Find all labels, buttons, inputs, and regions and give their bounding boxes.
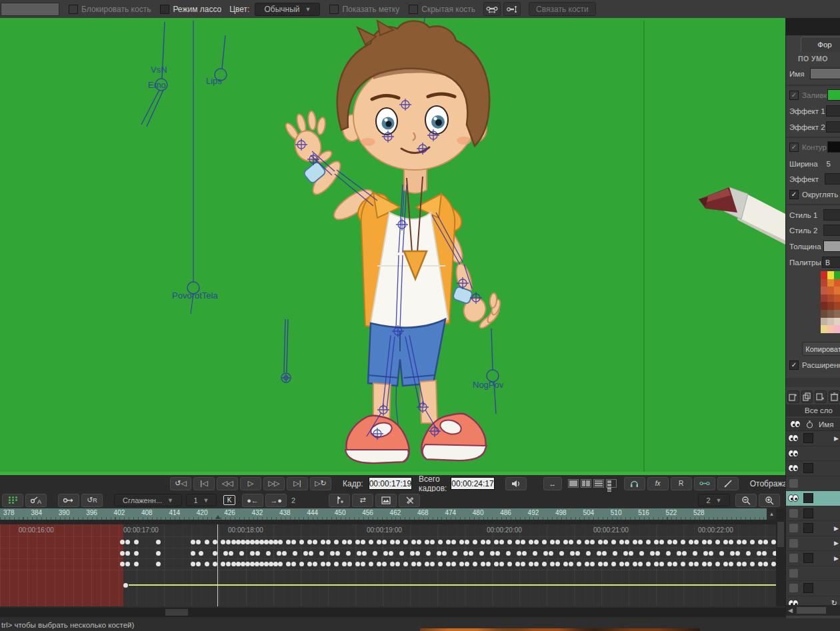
keyframe-dot[interactable] (771, 540, 776, 544)
keyframe-dot[interactable] (585, 540, 589, 544)
keyframe-dot[interactable] (737, 562, 741, 566)
keyframe-dot[interactable] (223, 551, 228, 556)
keyframe-dot[interactable] (277, 551, 281, 556)
keyframe-dot[interactable] (451, 562, 456, 566)
keyframe-dot[interactable] (125, 562, 130, 566)
keyframe-dot[interactable] (623, 551, 628, 556)
keyframe-dot[interactable] (646, 540, 651, 544)
keyframe-dot[interactable] (299, 562, 304, 566)
keyframe-dot[interactable] (629, 551, 633, 556)
keyframe-dot[interactable] (550, 540, 555, 544)
keyframe-dot[interactable] (382, 540, 387, 544)
view-single-icon[interactable] (568, 479, 579, 488)
keyframe-dot[interactable] (569, 562, 573, 566)
keyframe-dot[interactable] (694, 540, 699, 544)
keyframe-dot[interactable] (654, 540, 659, 544)
go-start-button[interactable]: |◁ (193, 477, 215, 490)
keyframe-dot[interactable] (213, 551, 217, 556)
keyframe-dot[interactable] (355, 540, 360, 544)
keyframe-dot[interactable] (586, 551, 591, 556)
keyframe-dot[interactable] (319, 551, 324, 556)
keyframe-dot[interactable] (373, 551, 377, 556)
layer-row[interactable] (786, 476, 840, 492)
keyframe-dot[interactable] (134, 562, 139, 566)
keyframe-dot[interactable] (269, 540, 273, 544)
keyframe-dot[interactable] (241, 562, 245, 566)
effect2-button[interactable] (826, 121, 840, 133)
keyframe-dot[interactable] (390, 540, 395, 544)
keyframe-dot[interactable] (403, 540, 408, 544)
key-move-icon[interactable] (58, 494, 79, 507)
canvas-svg[interactable]: VsN Emo Lips PovorotTela NogPov (0, 18, 785, 475)
speaker-icon[interactable] (505, 477, 527, 490)
keyframe-dot[interactable] (213, 540, 217, 544)
palette-swatch[interactable] (821, 279, 827, 287)
channel-dropdown[interactable]: 1 ▼ (186, 494, 217, 506)
channels-grid-icon[interactable] (2, 494, 23, 507)
keyframe-dot[interactable] (750, 562, 755, 566)
keyframe-dot[interactable] (465, 562, 469, 566)
keyframe-dot[interactable] (286, 540, 291, 544)
tab-shape[interactable]: Фор (801, 37, 840, 52)
onion-back-button[interactable]: ●← (242, 494, 263, 507)
keyframe-dot[interactable] (529, 540, 533, 544)
layer-checkbox[interactable] (803, 523, 813, 533)
keyframe-dot[interactable] (346, 551, 351, 556)
view-split-columns-icon[interactable] (581, 479, 591, 488)
keyframe-dot[interactable] (120, 562, 125, 566)
keyframe-dot[interactable] (555, 562, 560, 566)
palette-swatch[interactable] (821, 318, 827, 326)
width-value[interactable]: 5 (827, 160, 831, 168)
hidden-eye-box[interactable] (786, 524, 801, 532)
keyframe-dot[interactable] (619, 562, 624, 566)
keyframe-dot[interactable] (459, 540, 464, 544)
show-mark-checkbox[interactable] (329, 5, 339, 14)
keyframe-dot[interactable] (517, 551, 521, 556)
layers-hscrollbar[interactable]: ◀ (786, 605, 840, 616)
keyframe-dot[interactable] (377, 540, 381, 544)
keyframe-dot[interactable] (399, 551, 404, 556)
keyframe-dot[interactable] (255, 551, 260, 556)
keyframe-dot[interactable] (667, 540, 672, 544)
keyframe-dot[interactable] (191, 551, 195, 556)
keyframe-dot[interactable] (654, 562, 659, 566)
loop-end-button[interactable]: ▷↻ (310, 477, 331, 490)
keyframe-dot[interactable] (120, 551, 125, 556)
keyframe-dot[interactable] (650, 551, 655, 556)
keyframe-dot[interactable] (742, 540, 747, 544)
keyframe-dot[interactable] (723, 562, 728, 566)
keyframe-dot[interactable] (479, 551, 484, 556)
scroll-up-button[interactable]: ▲ (767, 508, 777, 520)
frame-ruler[interactable]: 3783843903964024084144204264324384444504… (0, 508, 767, 520)
hidden-bone-checkbox[interactable] (409, 5, 418, 14)
total-frames-input[interactable]: 00:00:24:17 (451, 477, 494, 490)
palette-swatch[interactable] (821, 287, 827, 295)
keyframe-dot[interactable] (321, 540, 325, 544)
layer-row[interactable]: ▶ (786, 551, 840, 566)
keyframe-dot[interactable] (570, 551, 575, 556)
keyframe-dot[interactable] (494, 562, 499, 566)
render-icon[interactable]: R (671, 477, 692, 490)
zoom-out-icon[interactable] (735, 494, 757, 507)
expand-arrow[interactable]: ▶ (834, 435, 839, 442)
keyframe-dot[interactable] (156, 540, 161, 544)
keyframe-dot[interactable] (515, 540, 520, 544)
keyframe-dot[interactable] (357, 551, 361, 556)
keyframe-dot[interactable] (417, 562, 421, 566)
keyframe-dot[interactable] (438, 540, 443, 544)
copy-button[interactable]: Копироват (802, 342, 840, 356)
keyframe-dot[interactable] (291, 540, 296, 544)
keyframe-dot[interactable] (451, 540, 456, 544)
timeline-vscrollbar[interactable] (776, 508, 785, 606)
keyframe-dot[interactable] (321, 562, 325, 566)
keyframe-dot[interactable] (191, 540, 195, 544)
keyframe-dot[interactable] (213, 562, 217, 566)
keyframe-dot[interactable] (481, 540, 485, 544)
keyframe-dot[interactable] (486, 562, 491, 566)
keyframe-dot[interactable] (120, 540, 125, 544)
keyframe-dot[interactable] (430, 562, 435, 566)
eye-icon[interactable] (786, 434, 801, 442)
keyframe-dot[interactable] (231, 562, 236, 566)
fill-checkbox[interactable] (789, 91, 799, 100)
keyframe-dot[interactable] (771, 562, 776, 566)
